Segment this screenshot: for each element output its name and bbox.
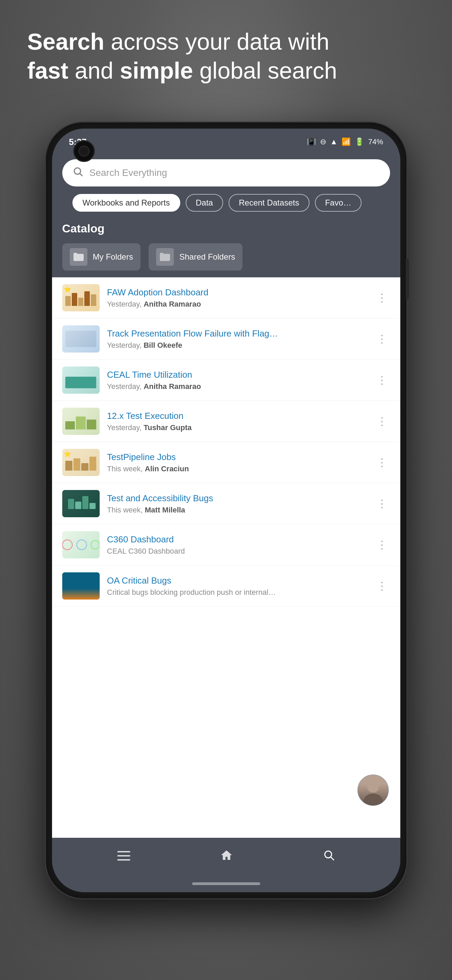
vibrate-icon: 📳 bbox=[307, 137, 316, 146]
header-text-line1: across your data with bbox=[111, 29, 330, 54]
item-more-2[interactable]: ⋮ bbox=[374, 332, 390, 345]
list-item[interactable]: OA Critical Bugs Critical bugs blocking … bbox=[52, 566, 400, 607]
catalog-title: Catalog bbox=[62, 222, 390, 235]
item-more-1[interactable]: ⋮ bbox=[374, 291, 390, 304]
item-thumbnail-2 bbox=[62, 325, 100, 353]
item-meta-6: This week, Matt Milella bbox=[107, 506, 374, 514]
item-title-4: 12.x Test Execution bbox=[107, 411, 374, 421]
item-more-8[interactable]: ⋮ bbox=[374, 579, 390, 592]
tab-recent-datasets[interactable]: Recent Datasets bbox=[228, 194, 309, 212]
header-bold-simple: simple bbox=[120, 57, 193, 83]
tab-data[interactable]: Data bbox=[186, 194, 224, 212]
item-meta-3: Yesterday, Anitha Ramarao bbox=[107, 382, 374, 391]
list-area: ⭐ FAW Adoption Dashboard Yesterday, An bbox=[52, 277, 400, 838]
item-content-4: 12.x Test Execution Yesterday, Tushar Gu… bbox=[107, 411, 374, 432]
catalog-folders: My Folders Shared Folders bbox=[62, 243, 390, 270]
user-avatar[interactable] bbox=[356, 773, 390, 807]
bottom-nav bbox=[52, 838, 400, 875]
svg-rect-6 bbox=[117, 859, 130, 861]
nav-home-icon[interactable] bbox=[220, 849, 233, 864]
home-indicator bbox=[52, 875, 400, 892]
svg-line-1 bbox=[80, 173, 82, 176]
dnd-icon: ⊖ bbox=[320, 137, 326, 146]
svg-line-8 bbox=[331, 857, 334, 860]
side-button bbox=[406, 259, 409, 299]
search-area: Search Everything Workbooks and Reports … bbox=[52, 153, 400, 212]
my-folders-icon bbox=[70, 248, 87, 266]
search-placeholder: Search Everything bbox=[89, 167, 167, 178]
list-item[interactable]: ⭐ TestPipeline Jobs This week, Alin Crac… bbox=[52, 442, 400, 483]
item-title-8: OA Critical Bugs bbox=[107, 576, 374, 586]
item-thumbnail-3 bbox=[62, 366, 100, 394]
item-more-4[interactable]: ⋮ bbox=[374, 415, 390, 428]
list-item[interactable]: C360 Dashboard CEAL C360 Dashboard ⋮ bbox=[52, 524, 400, 566]
svg-rect-4 bbox=[117, 851, 130, 853]
item-content-3: CEAL Time Utilization Yesterday, Anitha … bbox=[107, 369, 374, 391]
avatar-image bbox=[358, 775, 389, 805]
list-item[interactable]: ⭐ FAW Adoption Dashboard Yesterday, An bbox=[52, 277, 400, 318]
item-thumbnail-4 bbox=[62, 408, 100, 435]
thumb-chart-2 bbox=[64, 329, 98, 348]
svg-point-0 bbox=[74, 168, 81, 174]
shared-folders-label: Shared Folders bbox=[179, 252, 235, 262]
nav-menu-icon[interactable] bbox=[117, 850, 130, 864]
item-title-5: TestPipeline Jobs bbox=[107, 452, 374, 463]
svg-rect-5 bbox=[117, 855, 130, 856]
my-folders-button[interactable]: My Folders bbox=[62, 243, 141, 270]
shared-folders-button[interactable]: Shared Folders bbox=[149, 243, 243, 270]
item-thumbnail-6 bbox=[62, 490, 100, 517]
home-pill bbox=[192, 882, 260, 885]
item-meta-8: Critical bugs blocking production push o… bbox=[107, 588, 374, 597]
header-bold-search: Search bbox=[27, 29, 105, 54]
wifi-icon: ▲ bbox=[330, 137, 338, 146]
item-meta-4: Yesterday, Tushar Gupta bbox=[107, 423, 374, 432]
header-text-and: and bbox=[75, 57, 120, 83]
svg-point-3 bbox=[363, 794, 382, 805]
search-bar[interactable]: Search Everything bbox=[62, 159, 390, 186]
item-thumbnail-8 bbox=[62, 572, 100, 600]
list-item[interactable]: CEAL Time Utilization Yesterday, Anitha … bbox=[52, 360, 400, 401]
phone-mockup: 5:27 📳 ⊖ ▲ 📶 🔋 74% bbox=[46, 123, 406, 898]
tab-favorites[interactable]: Favo… bbox=[315, 194, 362, 212]
camera-cutout bbox=[73, 140, 95, 162]
item-meta-2: Yesterday, Bill Okeefe bbox=[107, 341, 374, 350]
signal-icon: 📶 bbox=[341, 137, 350, 146]
item-more-3[interactable]: ⋮ bbox=[374, 374, 390, 387]
item-more-7[interactable]: ⋮ bbox=[374, 538, 390, 551]
phone-screen: 5:27 📳 ⊖ ▲ 📶 🔋 74% bbox=[52, 129, 400, 892]
phone-body: 5:27 📳 ⊖ ▲ 📶 🔋 74% bbox=[46, 123, 406, 898]
item-content-5: TestPipeline Jobs This week, Alin Craciu… bbox=[107, 452, 374, 473]
list-item[interactable]: Track Presentation Flow Failure with Fla… bbox=[52, 318, 400, 360]
header-bold-fast: fast bbox=[27, 57, 68, 83]
item-thumbnail-7 bbox=[62, 531, 100, 558]
thumb-chart-6 bbox=[64, 494, 98, 513]
list-spacer bbox=[52, 607, 400, 838]
item-title-7: C360 Dashboard bbox=[107, 534, 374, 545]
item-title-1: FAW Adoption Dashboard bbox=[107, 287, 374, 298]
star-badge-1: ⭐ bbox=[63, 285, 71, 293]
item-content-2: Track Presentation Flow Failure with Fla… bbox=[107, 328, 374, 350]
item-more-6[interactable]: ⋮ bbox=[374, 497, 390, 510]
item-content-7: C360 Dashboard CEAL C360 Dashboard bbox=[107, 534, 374, 556]
battery-icon: 🔋 bbox=[355, 137, 364, 146]
item-title-2: Track Presentation Flow Failure with Fla… bbox=[107, 328, 374, 339]
search-icon bbox=[73, 166, 83, 180]
item-more-5[interactable]: ⋮ bbox=[374, 456, 390, 469]
list-item[interactable]: 12.x Test Execution Yesterday, Tushar Gu… bbox=[52, 401, 400, 442]
thumb-chart-4 bbox=[64, 412, 98, 431]
nav-search-icon[interactable] bbox=[323, 850, 335, 864]
tab-workbooks-reports[interactable]: Workbooks and Reports bbox=[73, 194, 180, 212]
battery-percent: 74% bbox=[368, 137, 383, 146]
item-content-8: OA Critical Bugs Critical bugs blocking … bbox=[107, 576, 374, 597]
item-meta-5: This week, Alin Craciun bbox=[107, 465, 374, 473]
svg-point-2 bbox=[367, 780, 379, 792]
header-text-global: global search bbox=[200, 57, 337, 83]
thumb-chart-3 bbox=[64, 371, 98, 390]
item-content-6: Test and Accessibility Bugs This week, M… bbox=[107, 493, 374, 514]
filter-tabs: Workbooks and Reports Data Recent Datase… bbox=[62, 186, 390, 212]
item-content-1: FAW Adoption Dashboard Yesterday, Anitha… bbox=[107, 287, 374, 309]
header-text: Search across your data with fast and si… bbox=[27, 27, 425, 85]
list-item[interactable]: Test and Accessibility Bugs This week, M… bbox=[52, 483, 400, 524]
item-title-6: Test and Accessibility Bugs bbox=[107, 493, 374, 504]
status-icons: 📳 ⊖ ▲ 📶 🔋 74% bbox=[307, 137, 383, 146]
